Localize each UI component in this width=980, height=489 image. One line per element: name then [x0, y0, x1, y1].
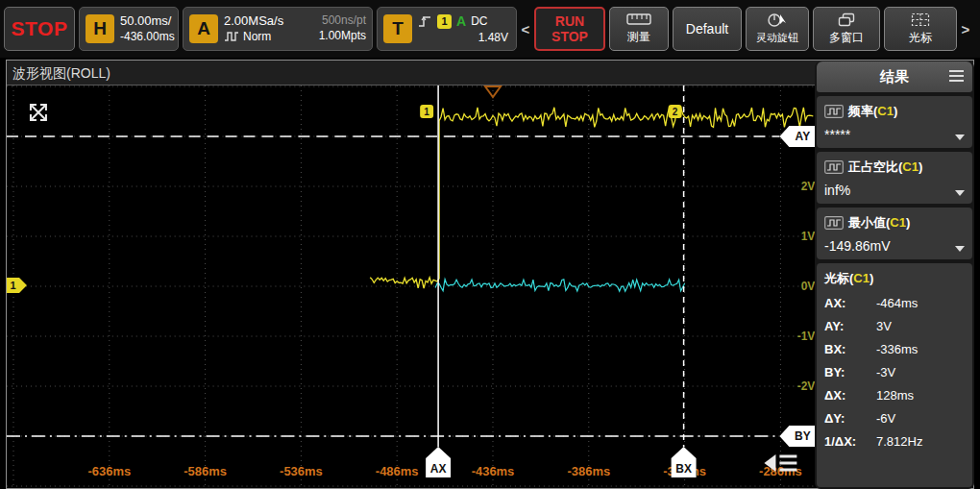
measure-button[interactable]: 测量 [609, 7, 669, 51]
acquisition-status-button[interactable]: STOP [4, 7, 75, 51]
cursor-results-card[interactable]: 光标(C1) AX:-464ms AY:3V BX:-336ms BY:-3V … [817, 263, 972, 487]
channel-1-trace [370, 108, 813, 289]
measurement-value: ***** [824, 127, 965, 142]
measurement-card-duty-cycle[interactable]: 正占空比(C1) inf% [817, 152, 972, 204]
measurement-icon [824, 105, 844, 118]
trigger-settings-block[interactable]: T 1 A DC 1.48V [377, 7, 517, 51]
measurement-icon [824, 160, 844, 174]
cursor-row-by: BY:-3V [824, 365, 965, 379]
volt-scale-labels: 3V2V1V0V-1V-2V-3V [797, 130, 816, 443]
sample-interval-value: 500ns/pt [319, 13, 366, 29]
knob-icon [767, 12, 788, 28]
measurement-card-frequency[interactable]: 频率(C1) ***** [817, 96, 972, 148]
dropdown-chevron-icon[interactable] [955, 190, 965, 196]
memory-depth-value: 1.00Mpts [319, 29, 366, 44]
measurement-value: -149.86mV [824, 238, 965, 254]
cursor-badge-2[interactable]: 2 [669, 105, 682, 118]
measurement-label: 最小值(C1) [848, 214, 910, 232]
cursor-button-label: 光标 [909, 30, 932, 46]
expand-view-icon[interactable] [31, 105, 46, 120]
cursor-by-flag-label: BY [795, 429, 811, 443]
trigger-icon: T [383, 14, 412, 43]
sample-rate-value: 2.00MSa/s [224, 13, 283, 30]
time-label: -636ms [87, 464, 131, 478]
ruler-icon [626, 12, 651, 26]
volt-label: -1V [797, 330, 816, 343]
dropdown-chevron-icon[interactable] [955, 134, 965, 140]
dynamic-knob-button[interactable]: 灵动旋钮 [746, 7, 809, 51]
measurement-card-minimum[interactable]: 最小值(C1) -149.86mV [817, 208, 972, 259]
trigger-channel-badge: 1 [437, 14, 452, 29]
dropdown-chevron-icon[interactable] [955, 246, 965, 252]
cursor-row-bx: BX:-336ms [824, 342, 965, 356]
cursor-badge-1[interactable]: 1 [420, 105, 433, 118]
cursor-by-flag[interactable]: BY [779, 426, 815, 447]
cursor-badge-2-label: 2 [673, 107, 678, 117]
multi-window-label: 多窗口 [829, 30, 864, 46]
cursor-row-ax: AX:-464ms [824, 296, 965, 310]
default-button-label: Default [686, 21, 728, 37]
cursor-ay-flag[interactable]: AY [779, 126, 815, 147]
toolbar-collapse-left-icon[interactable]: < [521, 21, 530, 37]
results-panel: 结果 频率(C1) ***** 正占空比(C1) inf [815, 61, 974, 489]
toolbar-expand-right-icon[interactable]: > [961, 21, 970, 37]
channel-2-trace [435, 280, 684, 292]
time-label: -586ms [184, 464, 227, 478]
top-toolbar: STOP H 50.00ms/ -436.00ms A 2.00MSa/s No… [0, 0, 980, 58]
channel-1-marker-label: 1 [10, 280, 15, 291]
square-wave-icon [224, 31, 239, 42]
run-stop-button[interactable]: RUN STOP [534, 7, 605, 51]
cursor-ax-flag-label: AX [430, 462, 447, 476]
measurement-label: 正占空比(C1) [848, 159, 922, 176]
time-label: -536ms [280, 464, 323, 478]
volt-label: -2V [797, 379, 816, 393]
cursor-ax-flag[interactable]: AX [426, 447, 451, 477]
cursor-button[interactable]: 光标 [884, 7, 957, 51]
cursor-card-label: 光标(C1) [824, 270, 873, 287]
waveform-traces [370, 108, 813, 292]
volt-label: 0V [801, 280, 816, 293]
measurement-value: inf% [824, 183, 965, 198]
results-menu-icon[interactable] [949, 70, 964, 82]
trigger-mode-label: A [456, 13, 466, 29]
measurement-icon [824, 216, 844, 230]
trigger-level-value: 1.48V [418, 31, 510, 44]
default-button[interactable]: Default [673, 7, 742, 51]
cursor-badge-1-label: 1 [424, 107, 429, 117]
trigger-position-marker[interactable] [485, 86, 501, 97]
results-header: 结果 [817, 61, 972, 92]
cursor-crosshair-icon [911, 12, 930, 27]
volt-label: 2V [801, 180, 816, 193]
acquisition-mode-value: Norm [243, 30, 271, 45]
multi-window-button[interactable]: 多窗口 [813, 7, 880, 51]
time-label: -436ms [472, 464, 515, 478]
time-label: -486ms [376, 464, 419, 478]
horizontal-delay-value: -436.00ms [120, 30, 175, 45]
stop-label: STOP [551, 29, 588, 44]
cursor-bx-flag-label: BX [675, 462, 692, 476]
cursor-bx-flag[interactable]: BX [672, 447, 697, 477]
windows-icon [838, 12, 855, 27]
horizontal-settings-block[interactable]: H 50.00ms/ -436.00ms [79, 7, 179, 51]
horizontal-icon: H [86, 14, 114, 43]
oscilloscope-screen: STOP H 50.00ms/ -436.00ms A 2.00MSa/s No… [0, 0, 980, 489]
measure-button-label: 测量 [627, 29, 650, 45]
run-label: RUN [555, 13, 584, 29]
trigger-coupling-label: DC [471, 14, 487, 28]
cursor-row-1dx: 1/ΔX:7.812Hz [824, 434, 965, 449]
slope-icon [418, 14, 432, 28]
cursor-ay-flag-label: AY [796, 130, 811, 143]
acquisition-icon: A [189, 14, 218, 43]
cursor-row-ay: AY:3V [824, 319, 965, 333]
timebase-value: 50.00ms/ [120, 13, 175, 30]
cursor-row-dx: ΔX:128ms [824, 388, 965, 403]
measurement-label: 频率(C1) [848, 103, 897, 120]
volt-label: 1V [801, 230, 816, 243]
acquisition-settings-block[interactable]: A 2.00MSa/s Norm 500ns/pt 1.00Mpts [183, 7, 373, 51]
cursor-row-dy: ΔY:-6V [824, 411, 965, 426]
dynamic-knob-label: 灵动旋钮 [756, 31, 798, 45]
time-label: -386ms [567, 464, 610, 478]
cursor-arrow-icon [780, 14, 786, 24]
results-title: 结果 [880, 68, 909, 86]
channel-1-marker[interactable]: 1 [7, 278, 27, 293]
